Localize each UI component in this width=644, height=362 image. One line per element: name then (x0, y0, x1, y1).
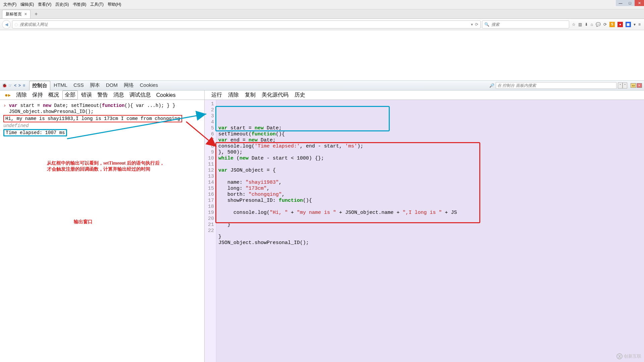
search-icon: 🔍 (484, 22, 489, 27)
line-gutter: 12345678910111213141516171819202122 (205, 100, 216, 362)
panel-tab[interactable]: HTML (51, 81, 70, 90)
code-line: setTimeout(function(){ (218, 131, 642, 137)
inspect-icon[interactable]: ☞ (8, 83, 12, 88)
console-filter[interactable]: 错误 (79, 91, 94, 99)
nav-menu[interactable]: ≡ (22, 83, 26, 88)
code-line: var end = new Date; (218, 137, 642, 143)
code-line (218, 228, 642, 234)
menu-item[interactable]: 工具(T) (89, 1, 105, 8)
search-box[interactable]: 🔍 (482, 20, 569, 28)
menu-item[interactable]: 编辑(E) (19, 1, 35, 8)
code-area[interactable]: var start = new Date;setTimeout(function… (216, 100, 644, 362)
ext-blue-icon[interactable]: ▦ (626, 22, 631, 27)
sync-icon[interactable]: ⟳ (603, 22, 607, 27)
code-line: } (218, 234, 642, 240)
firebug-tabs: 控制台HTMLCSS脚本DOM网络Cookies (29, 81, 161, 90)
window-minimize[interactable]: — (616, 0, 625, 6)
url-input[interactable] (20, 22, 469, 27)
code-line (218, 174, 642, 180)
console-filter[interactable]: 调试信息 (127, 91, 153, 99)
downloads-icon[interactable]: ⬇ (585, 22, 588, 27)
menu-item[interactable]: 书签(B) (71, 1, 88, 8)
script-action[interactable]: 美化源代码 (260, 91, 290, 99)
console-pane[interactable]: › var start = new Date; setTimeout(funct… (0, 100, 205, 362)
console-output-row: Hi, my name is shayi1983,I long is 173cm… (3, 115, 201, 123)
firebug-nav: < > ≡ (13, 83, 26, 88)
tab-strip: 新标签页 × + (0, 9, 644, 19)
code-line: } (218, 222, 642, 228)
library-icon[interactable]: ▥ (578, 22, 582, 27)
dropdown-icon[interactable]: ▾ (471, 22, 473, 27)
nav-fwd[interactable]: > (18, 83, 21, 88)
window-close[interactable]: ✕ (635, 0, 644, 6)
script-action[interactable]: 清除 (226, 91, 241, 99)
panel-tab[interactable]: DOM (103, 81, 120, 90)
panel-tab[interactable]: 控制台 (29, 81, 50, 90)
panel-minimize[interactable]: ▭ (631, 83, 636, 88)
console-filter[interactable]: Cookies (154, 92, 178, 99)
panel-tab[interactable]: CSS (71, 81, 87, 90)
globe-icon: ◌ (14, 22, 18, 27)
menu-item[interactable]: 帮助(H) (106, 1, 123, 8)
close-icon[interactable]: × (24, 12, 27, 16)
ext-red-icon[interactable]: ● (618, 22, 623, 27)
home-icon[interactable]: ⌂ (591, 22, 593, 27)
search-next[interactable]: ˅ (623, 82, 627, 88)
console-filter[interactable]: 消息 (111, 91, 126, 99)
code-line (218, 246, 642, 252)
console-filter[interactable]: 全部 (62, 90, 78, 100)
new-tab-button[interactable]: + (33, 11, 40, 17)
tabs-icon[interactable]: ▾ (634, 22, 636, 27)
panel-close[interactable]: ✕ (637, 83, 642, 88)
firebug-toolbar: 🐞 ☞ < > ≡ 控制台HTMLCSS脚本DOM网络Cookies 🔎 ˄ ˅… (0, 80, 644, 90)
code-line (218, 216, 642, 222)
console-output-row: Time elapsed: 1007 ms (3, 129, 201, 137)
code-line: var JSON_object = { (218, 168, 642, 174)
panel-tab[interactable]: Cookies (137, 81, 161, 90)
code-line: }, 500); (218, 149, 642, 156)
code-line: JSON_object.showPresonal_ID(); (218, 240, 642, 246)
console-filter[interactable]: 概况 (46, 91, 61, 99)
console-filter[interactable]: 保持 (30, 91, 45, 99)
annotation-text: 输出窗口 (74, 219, 93, 225)
panel-search-input[interactable] (496, 82, 616, 89)
panel-tab[interactable]: 网络 (121, 81, 137, 90)
output-highlight-red: Hi, my name is shayi1983,I long is 173cm… (3, 115, 182, 122)
back-button[interactable]: ◀ (2, 20, 11, 29)
code-line (218, 204, 642, 210)
menu-item[interactable]: 文件(F) (2, 1, 18, 8)
ext-orange-icon[interactable]: S (609, 22, 615, 27)
search-icon: 🔎 (489, 83, 494, 88)
url-box[interactable]: ◌ ▾ ⟳ (12, 20, 481, 28)
menu-icon[interactable]: ≡ (638, 22, 641, 27)
annotation-text: 从红框中的输出可以看到，setTimeout 后的语句执行后， 才会触发注册的回… (47, 160, 164, 172)
panel-tab[interactable]: 脚本 (87, 81, 103, 90)
menu-item[interactable]: 查看(V) (37, 1, 53, 8)
console-input-row: › var start = new Date; setTimeout(funct… (3, 103, 201, 109)
code-line: while (new Date - start < 1000) {}; (218, 156, 642, 162)
code-line: console.log("Hi, " + "my name is " + JSO… (218, 210, 642, 216)
toolbar-icons: ☆ ▥ ⬇ ⌂ 💬 ⟳ S ● ▦ ▾ ≡ (571, 22, 642, 27)
firebug-subbar: ●▸ 清除保持概况全部错误警告消息调试信息Cookies 运行清除复制美化源代码… (0, 90, 644, 100)
bookmark-icon[interactable]: ☆ (572, 22, 576, 27)
browser-tab[interactable]: 新标签页 × (2, 10, 31, 18)
console-filter[interactable]: 清除 (14, 91, 29, 99)
break-icon[interactable]: ●▸ (3, 91, 13, 99)
reload-icon[interactable]: ⟳ (475, 22, 478, 27)
search-prev[interactable]: ˄ (618, 82, 623, 88)
console-output-undefined: undefined (3, 123, 201, 129)
code-line: borth: "chongqing", (218, 192, 642, 198)
menu-item[interactable]: 历史(S) (54, 1, 70, 8)
script-pane[interactable]: 12345678910111213141516171819202122 var … (205, 100, 644, 362)
script-action[interactable]: 历史 (292, 91, 307, 99)
chat-icon[interactable]: 💬 (596, 22, 601, 27)
search-input[interactable] (491, 22, 567, 27)
console-filter[interactable]: 警告 (95, 91, 110, 99)
window-maximize[interactable]: □ (625, 0, 635, 6)
nav-back[interactable]: < (13, 83, 17, 88)
script-action[interactable]: 运行 (209, 91, 224, 99)
script-action[interactable]: 复制 (243, 91, 258, 99)
code-line (218, 252, 642, 258)
firebug-search: 🔎 ˄ ˅ ▭ ✕ (489, 82, 642, 89)
firebug-icon[interactable]: 🐞 (2, 83, 7, 88)
